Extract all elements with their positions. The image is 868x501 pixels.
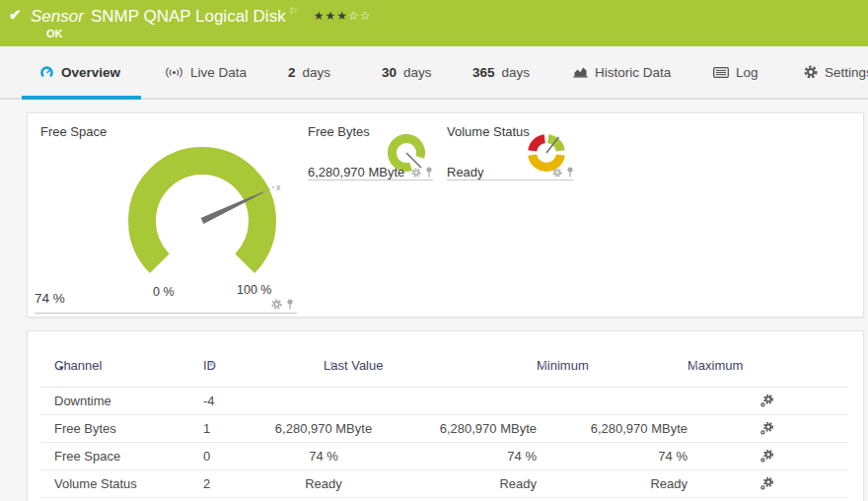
gear-icon[interactable] — [552, 168, 562, 178]
free-bytes-gauge-title: Free Bytes — [308, 124, 370, 139]
channel-settings-icon[interactable] — [760, 477, 773, 493]
channel-name: Free Space — [54, 443, 120, 469]
tab-bar: Overview Live Data 2 days 30 days 365 da… — [0, 46, 868, 100]
channel-maximum: 6,280,970 MByte — [549, 415, 687, 442]
gauge-needle-marker: x — [276, 182, 281, 192]
broadcast-icon — [165, 66, 183, 79]
ok-checkmark-icon: ✔ — [9, 6, 22, 24]
table-header-row: Channel▾ ID▲▼ Last Value▲▼ Minimum▲▼ Max… — [40, 357, 848, 388]
channel-name: Free Bytes — [54, 415, 116, 442]
sensor-name: SNMP QNAP Logical Disk — [91, 7, 286, 26]
channel-last-value: 6,280,970 MByte — [225, 415, 422, 442]
free-space-scale-max: 100 % — [237, 283, 271, 297]
tab-settings[interactable]: Settings — [804, 46, 868, 98]
tab-30-days-label: days — [403, 65, 432, 80]
tab-30-days-number: 30 — [382, 65, 397, 80]
sort-desc-icon: ▾ — [59, 363, 64, 373]
table-row: Downtime -4 — [40, 388, 848, 415]
tab-2-days-label: days — [303, 65, 331, 80]
channel-last-value: 74 % — [225, 443, 422, 469]
free-space-value: 74 % — [35, 291, 65, 306]
chart-icon — [573, 66, 588, 78]
gear-icon[interactable] — [411, 168, 421, 178]
tab-settings-label: Settings — [825, 65, 868, 80]
channels-table: Channel▾ ID▲▼ Last Value▲▼ Minimum▲▼ Max… — [40, 331, 848, 498]
table-body: Downtime -4 Free Bytes 1 6,280,970 MByte… — [40, 388, 848, 498]
tab-365-days[interactable]: 365 days — [472, 46, 530, 98]
priority-stars[interactable]: ★★★☆☆ — [314, 9, 372, 23]
tab-overview[interactable]: Overview — [39, 46, 120, 98]
volume-status-gauge-actions — [552, 167, 574, 178]
table-row: Free Space 0 74 % 74 % 74 % — [40, 443, 848, 470]
free-space-gauge-actions — [271, 299, 294, 310]
free-space-gauge-title: Free Space — [40, 124, 107, 139]
gear-icon — [804, 65, 818, 79]
channel-id: 0 — [203, 443, 210, 469]
priority-stars-empty[interactable]: ☆☆ — [348, 9, 372, 23]
channel-id: 1 — [203, 415, 210, 442]
divider — [35, 313, 297, 314]
table-row: Volume Status 2 Ready Ready Ready — [40, 470, 848, 498]
channel-name: Downtime — [54, 388, 111, 414]
channel-maximum: 74 % — [549, 443, 687, 469]
sensor-header: ✔ SensorSNMP QNAP Logical Disk⚐★★★☆☆ OK — [0, 0, 868, 46]
channel-minimum: 74 % — [398, 443, 537, 469]
tab-30-days[interactable]: 30 days — [382, 46, 432, 98]
gauge-icon — [39, 65, 54, 79]
channel-maximum: Ready — [549, 470, 687, 497]
tab-historic-data-label: Historic Data — [595, 65, 671, 80]
tab-log[interactable]: Log — [713, 46, 759, 98]
table-row: Free Bytes 1 6,280,970 MByte 6,280,970 M… — [40, 415, 848, 443]
active-tab-underline — [22, 96, 141, 100]
flag-icon[interactable]: ⚐ — [289, 6, 298, 17]
gauges-panel: Free Space x 0 % 100 % 74 % Free Bytes — [27, 112, 864, 318]
channel-name: Volume Status — [54, 470, 137, 497]
free-bytes-gauge-actions — [411, 167, 433, 178]
sensor-kind-label: Sensor — [31, 7, 84, 26]
free-space-gauge: x — [118, 135, 286, 303]
free-space-scale-min: 0 % — [153, 285, 175, 299]
channel-id: 2 — [203, 470, 210, 497]
log-list-icon — [713, 67, 729, 78]
tab-log-label: Log — [736, 65, 759, 80]
priority-stars-filled[interactable]: ★★★ — [314, 9, 348, 23]
prtg-sensor-page: ✔ SensorSNMP QNAP Logical Disk⚐★★★☆☆ OK … — [0, 0, 868, 501]
divider — [447, 179, 573, 180]
channel-id: -4 — [203, 388, 215, 414]
gear-icon[interactable] — [271, 299, 282, 310]
channel-last-value: Ready — [225, 470, 422, 497]
channel-settings-icon[interactable] — [760, 422, 773, 438]
channel-minimum: Ready — [398, 470, 537, 497]
tab-historic-data[interactable]: Historic Data — [573, 46, 671, 98]
pin-icon[interactable] — [425, 167, 433, 178]
tab-365-days-number: 365 — [472, 65, 495, 80]
pin-icon[interactable] — [286, 299, 294, 310]
tab-live-data-label: Live Data — [190, 65, 247, 80]
channel-settings-icon[interactable] — [760, 394, 773, 410]
channel-settings-icon[interactable] — [760, 450, 773, 465]
volume-status-gauge-title: Volume Status — [447, 124, 530, 139]
tab-2-days[interactable]: 2 days — [288, 46, 330, 98]
sensor-title: SensorSNMP QNAP Logical Disk⚐★★★☆☆ — [31, 6, 371, 27]
volume-status-value: Ready — [447, 165, 484, 179]
channels-panel: Channel▾ ID▲▼ Last Value▲▼ Minimum▲▼ Max… — [27, 330, 864, 501]
tab-overview-label: Overview — [61, 65, 120, 80]
tab-365-days-label: days — [502, 65, 531, 80]
tab-2-days-number: 2 — [288, 65, 296, 80]
sensor-status-badge: OK — [46, 28, 63, 39]
tab-live-data[interactable]: Live Data — [165, 46, 247, 98]
channel-minimum: 6,280,970 MByte — [398, 415, 537, 442]
free-bytes-value: 6,280,970 MByte — [308, 165, 404, 179]
pin-icon[interactable] — [566, 167, 574, 178]
divider — [308, 179, 433, 180]
